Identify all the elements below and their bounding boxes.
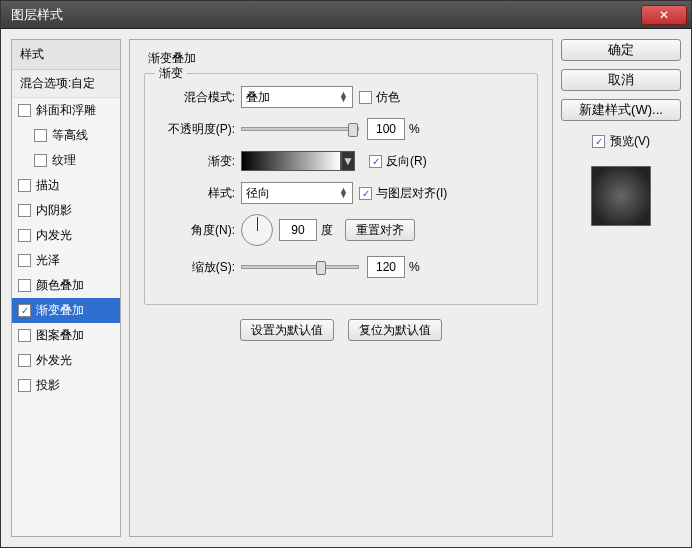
checkbox-icon[interactable]: [34, 154, 47, 167]
sidebar-item[interactable]: 等高线: [12, 123, 120, 148]
sidebar-item[interactable]: 内发光: [12, 223, 120, 248]
opacity-unit: %: [409, 122, 420, 136]
sidebar-item[interactable]: 斜面和浮雕: [12, 98, 120, 123]
reverse-label: 反向(R): [386, 153, 427, 170]
align-checkbox[interactable]: 与图层对齐(I): [359, 185, 447, 202]
slider-thumb[interactable]: [316, 261, 326, 275]
cancel-button[interactable]: 取消: [561, 69, 681, 91]
opacity-label: 不透明度(P):: [159, 121, 241, 138]
reverse-checkbox[interactable]: 反向(R): [369, 153, 427, 170]
sidebar-item-label: 投影: [36, 377, 60, 394]
preview-label: 预览(V): [610, 133, 650, 150]
scale-unit: %: [409, 260, 420, 274]
align-label: 与图层对齐(I): [376, 185, 447, 202]
sidebar-item-label: 内阴影: [36, 202, 72, 219]
slider-thumb[interactable]: [348, 123, 358, 137]
checkbox-icon[interactable]: [18, 379, 31, 392]
checkbox-icon[interactable]: [18, 279, 31, 292]
preview-checkbox[interactable]: 预览(V): [561, 133, 681, 150]
window-title: 图层样式: [11, 6, 63, 24]
checkbox-icon: [369, 155, 382, 168]
sidebar-item[interactable]: 渐变叠加: [12, 298, 120, 323]
gradient-swatch[interactable]: [241, 151, 341, 171]
blend-mode-select[interactable]: 叠加 ▲▼: [241, 86, 353, 108]
sidebar-item[interactable]: 图案叠加: [12, 323, 120, 348]
angle-dial[interactable]: [241, 214, 273, 246]
sidebar-item[interactable]: 描边: [12, 173, 120, 198]
sidebar-item[interactable]: 外发光: [12, 348, 120, 373]
angle-label: 角度(N):: [159, 222, 241, 239]
sidebar-item[interactable]: 颜色叠加: [12, 273, 120, 298]
gradient-dropdown-button[interactable]: ▼: [341, 151, 355, 171]
scale-slider[interactable]: [241, 265, 359, 269]
blend-mode-value: 叠加: [246, 89, 270, 106]
styles-sidebar: 样式 混合选项:自定 斜面和浮雕等高线纹理描边内阴影内发光光泽颜色叠加渐变叠加图…: [11, 39, 121, 537]
opacity-slider[interactable]: [241, 127, 359, 131]
angle-input[interactable]: 90: [279, 219, 317, 241]
sidebar-header: 样式: [12, 40, 120, 70]
checkbox-icon[interactable]: [18, 204, 31, 217]
sidebar-item-label: 斜面和浮雕: [36, 102, 96, 119]
sidebar-item[interactable]: 内阴影: [12, 198, 120, 223]
sidebar-item-label: 图案叠加: [36, 327, 84, 344]
checkbox-icon[interactable]: [18, 354, 31, 367]
sidebar-item-label: 等高线: [52, 127, 88, 144]
sidebar-item-label: 外发光: [36, 352, 72, 369]
close-button[interactable]: ✕: [641, 5, 687, 25]
opacity-input[interactable]: 100: [367, 118, 405, 140]
preview-swatch: [591, 166, 651, 226]
sidebar-item-label: 描边: [36, 177, 60, 194]
dither-checkbox[interactable]: 仿色: [359, 89, 400, 106]
scale-label: 缩放(S):: [159, 259, 241, 276]
dither-label: 仿色: [376, 89, 400, 106]
sidebar-item-label: 内发光: [36, 227, 72, 244]
main-panel: 渐变叠加 渐变 混合模式: 叠加 ▲▼ 仿色 不透明度(P):: [129, 39, 553, 537]
chevron-updown-icon: ▲▼: [339, 188, 348, 198]
chevron-updown-icon: ▲▼: [339, 92, 348, 102]
sidebar-item-label: 颜色叠加: [36, 277, 84, 294]
titlebar[interactable]: 图层样式 ✕: [1, 1, 691, 29]
sidebar-item-label: 光泽: [36, 252, 60, 269]
sidebar-item[interactable]: 光泽: [12, 248, 120, 273]
angle-unit: 度: [321, 222, 333, 239]
layer-style-dialog: 图层样式 ✕ 样式 混合选项:自定 斜面和浮雕等高线纹理描边内阴影内发光光泽颜色…: [0, 0, 692, 548]
style-select[interactable]: 径向 ▲▼: [241, 182, 353, 204]
scale-input[interactable]: 120: [367, 256, 405, 278]
blend-mode-label: 混合模式:: [159, 89, 241, 106]
style-label: 样式:: [159, 185, 241, 202]
sidebar-item-label: 纹理: [52, 152, 76, 169]
make-default-button[interactable]: 设置为默认值: [240, 319, 334, 341]
sidebar-item[interactable]: 投影: [12, 373, 120, 398]
checkbox-icon[interactable]: [34, 129, 47, 142]
sidebar-subheader[interactable]: 混合选项:自定: [12, 70, 120, 98]
gradient-label: 渐变:: [159, 153, 241, 170]
right-panel: 确定 取消 新建样式(W)... 预览(V): [561, 39, 681, 537]
checkbox-icon: [592, 135, 605, 148]
checkbox-icon[interactable]: [18, 229, 31, 242]
new-style-button[interactable]: 新建样式(W)...: [561, 99, 681, 121]
checkbox-icon[interactable]: [18, 104, 31, 117]
chevron-down-icon: ▼: [342, 154, 354, 168]
close-icon: ✕: [659, 8, 669, 22]
section-title: 渐变叠加: [144, 50, 538, 67]
checkbox-icon[interactable]: [18, 304, 31, 317]
gradient-fieldset: 渐变 混合模式: 叠加 ▲▼ 仿色 不透明度(P): 100: [144, 73, 538, 305]
checkbox-icon[interactable]: [18, 179, 31, 192]
checkbox-icon: [359, 91, 372, 104]
checkbox-icon: [359, 187, 372, 200]
dialog-body: 样式 混合选项:自定 斜面和浮雕等高线纹理描边内阴影内发光光泽颜色叠加渐变叠加图…: [1, 29, 691, 547]
checkbox-icon[interactable]: [18, 254, 31, 267]
reset-align-button[interactable]: 重置对齐: [345, 219, 415, 241]
sidebar-item[interactable]: 纹理: [12, 148, 120, 173]
fieldset-legend: 渐变: [155, 65, 187, 82]
ok-button[interactable]: 确定: [561, 39, 681, 61]
sidebar-item-label: 渐变叠加: [36, 302, 84, 319]
reset-default-button[interactable]: 复位为默认值: [348, 319, 442, 341]
style-value: 径向: [246, 185, 270, 202]
checkbox-icon[interactable]: [18, 329, 31, 342]
